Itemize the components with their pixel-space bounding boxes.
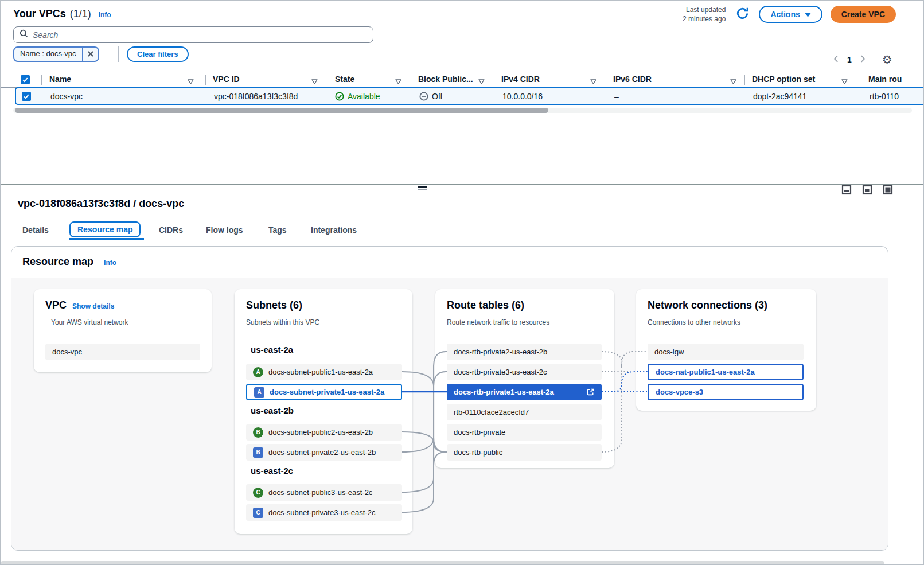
status-available-icon [335,92,344,101]
subnet-item-private3[interactable]: C docs-subnet-private3-us-east-2c [246,504,402,521]
tab-integrations[interactable]: Integrations [311,225,357,235]
external-link-icon[interactable] [586,388,595,396]
tab-divider [61,224,61,237]
tab-flow-logs[interactable]: Flow logs [206,225,243,235]
az-label-us-east-2a: us-east-2a [251,345,293,354]
select-all-checkbox[interactable] [21,75,30,84]
panel-size-medium-icon[interactable] [862,185,872,195]
route-table-item[interactable]: docs-rtb-public [447,444,602,461]
cell-state: Available [335,92,380,101]
network-connections-card-description: Connections to other networks [648,318,740,326]
previous-page-button[interactable] [829,53,843,66]
clear-filters-button[interactable]: Clear filters [127,46,189,62]
gear-icon[interactable]: ⚙ [882,54,892,65]
filter-icon[interactable] [841,76,848,87]
subnet-item-public2[interactable]: B docs-subnet-public2-us-east-2b [246,424,402,441]
route-table-item[interactable]: docs-rtb-private2-us-east-2b [447,344,602,360]
column-divider [494,75,494,85]
route-table-label: docs-rtb-public [454,448,502,457]
subnet-item-private2[interactable]: B docs-subnet-private2-us-east-2b [246,444,402,461]
network-item-label: docs-nat-public1-us-east-2a [656,368,755,376]
cell-ipv4-cidr: 10.0.0.0/16 [502,92,543,101]
column-divider [328,75,328,85]
route-table-item[interactable]: docs-rtb-private [447,424,602,441]
column-block-public[interactable]: Block Public... [418,75,473,84]
tab-cidrs[interactable]: CIDRs [159,225,183,235]
header-actions: Last updated 2 minutes ago Actions Creat… [683,5,896,24]
route-table-label: docs-rtb-private [454,428,505,437]
tab-resource-map[interactable]: Resource map [69,221,141,237]
column-ipv6-cidr[interactable]: IPv6 CIDR [613,75,652,84]
page-number[interactable]: 1 [843,55,856,64]
chevron-left-icon [833,54,839,65]
subnet-item-label: docs-subnet-private3-us-east-2c [268,508,375,517]
filter-separator [118,46,119,62]
panel-size-large-icon[interactable] [883,185,893,195]
column-vpc-id[interactable]: VPC ID [213,75,240,84]
filter-token: Name : docs-vpc [13,46,99,62]
filter-icon[interactable] [311,76,318,87]
filter-icon[interactable] [478,76,485,87]
tab-selected-underline [69,238,144,240]
refresh-icon [735,6,750,23]
tab-tags[interactable]: Tags [268,225,287,235]
vpc-show-details-link[interactable]: Show details [72,302,114,310]
network-item-nat-highlighted[interactable]: docs-nat-public1-us-east-2a [648,364,804,380]
filter-token-dismiss[interactable] [82,48,98,61]
column-dhcp-option-set[interactable]: DHCP option set [752,75,815,84]
search-box [13,26,373,43]
tab-divider [196,224,196,237]
refresh-button[interactable] [734,6,751,23]
route-table-item[interactable]: rtb-0110cface2acecfd7 [447,404,602,420]
clear-filters-label: Clear filters [137,50,178,59]
tab-details[interactable]: Details [22,225,49,235]
cell-vpc-id-link[interactable]: vpc-018f086a13f3c3f8d [214,92,298,101]
split-panel-drag-handle[interactable] [418,186,427,191]
caret-down-icon [805,10,811,19]
az-label-us-east-2c: us-east-2c [251,466,293,476]
table-horizontal-scrollbar [13,108,912,113]
page-bottom-scrollbar[interactable] [1,561,884,565]
last-updated: Last updated 2 minutes ago [683,5,726,24]
vpc-item-label: docs-vpc [52,348,82,356]
column-state[interactable]: State [335,75,354,84]
cell-ipv6-cidr: – [614,92,619,101]
resource-map-title: Resource map [22,256,93,268]
subnet-item-private1-selected[interactable]: A docs-subnet-private1-us-east-2a [246,384,402,400]
row-checkbox[interactable] [22,92,31,101]
vpc-item[interactable]: docs-vpc [45,344,200,360]
cell-main-route-link[interactable]: rtb-0110 [870,92,899,101]
page-count: (1/1) [70,8,91,20]
subnet-item-public1[interactable]: A docs-subnet-public1-us-east-2a [246,364,402,380]
page-info-link[interactable]: Info [99,11,111,19]
subnet-item-public3[interactable]: C docs-subnet-public3-us-east-2c [246,484,402,501]
pagination: 1 ⚙ [829,52,892,67]
table-row[interactable]: docs-vpc vpc-018f086a13f3c3f8d Available… [15,87,924,105]
scrollbar-thumb[interactable] [15,108,548,113]
table-header: Name VPC ID State Block Public... IPv4 C… [1,71,924,88]
subnet-item-label: docs-subnet-public3-us-east-2c [268,488,372,497]
cell-dhcp-link[interactable]: dopt-2ac94141 [753,92,806,101]
filter-icon[interactable] [730,76,736,87]
network-item-igw[interactable]: docs-igw [648,344,804,360]
az-c-public-badge: C [253,488,263,498]
search-icon [20,29,28,40]
route-table-item-selected[interactable]: docs-rtb-private1-us-east-2a [447,384,602,400]
subnet-item-label: docs-subnet-public2-us-east-2b [268,428,373,437]
filter-icon[interactable] [188,76,194,87]
resource-map-info-link[interactable]: Info [104,259,116,267]
filter-token-body[interactable]: Name : docs-vpc [14,48,82,61]
filter-icon[interactable] [395,76,401,87]
route-tables-card-description: Route network traffic to resources [447,318,549,326]
filter-icon[interactable] [590,76,596,87]
column-ipv4-cidr[interactable]: IPv4 CIDR [501,75,540,84]
next-page-button[interactable] [856,53,870,66]
column-name[interactable]: Name [49,75,71,84]
actions-button[interactable]: Actions [759,6,822,23]
panel-size-small-icon[interactable] [841,185,852,195]
search-input[interactable] [33,30,367,40]
route-table-item[interactable]: docs-rtb-private3-us-east-2c [447,364,602,380]
network-item-vpce-highlighted[interactable]: docs-vpce-s3 [648,384,804,400]
column-main-route-table[interactable]: Main rou [868,75,902,84]
create-vpc-button[interactable]: Create VPC [831,6,896,23]
